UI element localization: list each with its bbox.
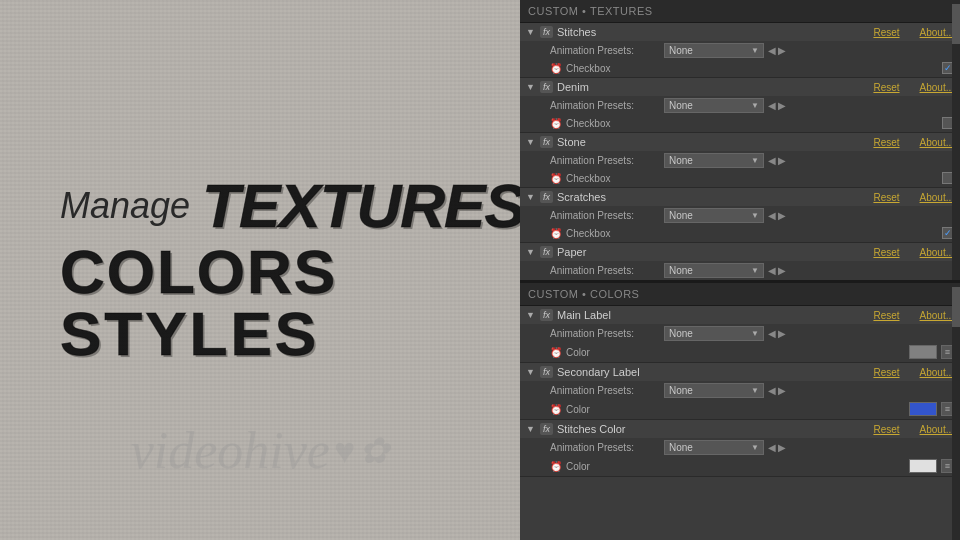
secondary-label-fx: fx: [540, 366, 553, 378]
main-label-nav[interactable]: ◀▶: [768, 328, 786, 339]
stitches-color-clock-icon[interactable]: ⏰: [550, 461, 562, 472]
paper-about[interactable]: About...: [920, 247, 954, 258]
scratches-chevron[interactable]: ▼: [526, 192, 536, 202]
secondary-label-name: Secondary Label: [557, 366, 869, 378]
main-label-about[interactable]: About...: [920, 310, 954, 321]
stitches-color-reset[interactable]: Reset: [873, 424, 899, 435]
paper-fx: fx: [540, 246, 553, 258]
stitches-color-chevron[interactable]: ▼: [526, 424, 536, 434]
stitches-fx: fx: [540, 26, 553, 38]
denim-chevron[interactable]: ▼: [526, 82, 536, 92]
paper-group: ▼ fx Paper Reset About... Animation Pres…: [520, 243, 960, 280]
colors-scrollbar[interactable]: [952, 283, 960, 540]
scratches-group: ▼ fx Scratches Reset About... Animation …: [520, 188, 960, 243]
stitches-color-group: ▼ fx Stitches Color Reset About... Anima…: [520, 420, 960, 477]
stitches-about[interactable]: About...: [920, 27, 954, 38]
textures-scrollbar-thumb[interactable]: [952, 4, 960, 44]
stitches-color-presets-dropdown[interactable]: None ▼: [664, 440, 764, 455]
main-label-reset[interactable]: Reset: [873, 310, 899, 321]
paper-reset[interactable]: Reset: [873, 247, 899, 258]
denim-group: ▼ fx Denim Reset About... Animation Pres…: [520, 78, 960, 133]
scratches-fx: fx: [540, 191, 553, 203]
stone-chevron[interactable]: ▼: [526, 137, 536, 147]
colors-section-header: CUSTOM • COLORS: [520, 283, 960, 306]
main-label-fx: fx: [540, 309, 553, 321]
main-label-presets-label: Animation Presets:: [550, 328, 660, 339]
secondary-label-presets-label: Animation Presets:: [550, 385, 660, 396]
textures-scrollbar[interactable]: [952, 0, 960, 280]
main-label-chevron[interactable]: ▼: [526, 310, 536, 320]
main-label-presets-dropdown[interactable]: None ▼: [664, 326, 764, 341]
main-label-name: Main Label: [557, 309, 869, 321]
denim-name: Denim: [557, 81, 869, 93]
denim-reset[interactable]: Reset: [873, 82, 899, 93]
stone-presets-row: Animation Presets: None ▼ ◀▶: [520, 151, 960, 170]
scratches-reset[interactable]: Reset: [873, 192, 899, 203]
secondary-label-presets-dropdown[interactable]: None ▼: [664, 383, 764, 398]
stone-group: ▼ fx Stone Reset About... Animation Pres…: [520, 133, 960, 188]
stitches-color-row[interactable]: ▼ fx Stitches Color Reset About...: [520, 420, 960, 438]
denim-checkbox-row: ⏰ Checkbox: [520, 115, 960, 132]
stone-nav[interactable]: ◀▶: [768, 155, 786, 166]
stitches-color-nav[interactable]: ◀▶: [768, 442, 786, 453]
scratches-presets-row: Animation Presets: None ▼ ◀▶: [520, 206, 960, 225]
stone-reset[interactable]: Reset: [873, 137, 899, 148]
paper-presets-label: Animation Presets:: [550, 265, 660, 276]
textures-label: TEXTURES: [202, 175, 525, 237]
stitches-row[interactable]: ▼ fx Stitches Reset About...: [520, 23, 960, 41]
secondary-label-row[interactable]: ▼ fx Secondary Label Reset About...: [520, 363, 960, 381]
stone-presets-dropdown[interactable]: None ▼: [664, 153, 764, 168]
scratches-clock-icon[interactable]: ⏰: [550, 228, 562, 239]
stone-presets-label: Animation Presets:: [550, 155, 660, 166]
scratches-nav[interactable]: ◀▶: [768, 210, 786, 221]
stitches-checkbox-row: ⏰ Checkbox ✓: [520, 60, 960, 77]
stitches-presets-row: Animation Presets: None ▼ ◀▶: [520, 41, 960, 60]
paper-presets-dropdown[interactable]: None ▼: [664, 263, 764, 278]
scratches-about[interactable]: About...: [920, 192, 954, 203]
secondary-label-reset[interactable]: Reset: [873, 367, 899, 378]
main-label-color-label: Color: [566, 347, 905, 358]
denim-row[interactable]: ▼ fx Denim Reset About...: [520, 78, 960, 96]
stone-about[interactable]: About...: [920, 137, 954, 148]
secondary-label-chevron[interactable]: ▼: [526, 367, 536, 377]
stone-row[interactable]: ▼ fx Stone Reset About...: [520, 133, 960, 151]
stone-clock-icon[interactable]: ⏰: [550, 173, 562, 184]
paper-chevron[interactable]: ▼: [526, 247, 536, 257]
scratches-row[interactable]: ▼ fx Scratches Reset About...: [520, 188, 960, 206]
right-panel: CUSTOM • TEXTURES ▼ fx Stitches Reset Ab…: [520, 0, 960, 540]
stitches-clock-icon[interactable]: ⏰: [550, 63, 562, 74]
main-label-row[interactable]: ▼ fx Main Label Reset About...: [520, 306, 960, 324]
scratches-presets-dropdown[interactable]: None ▼: [664, 208, 764, 223]
secondary-label-color-swatch[interactable]: [909, 402, 937, 416]
main-label-color-swatch[interactable]: [909, 345, 937, 359]
denim-clock-icon[interactable]: ⏰: [550, 118, 562, 129]
secondary-label-about[interactable]: About...: [920, 367, 954, 378]
stitches-reset[interactable]: Reset: [873, 27, 899, 38]
manage-label: Manage: [60, 185, 190, 227]
colors-scrollbar-thumb[interactable]: [952, 287, 960, 327]
denim-presets-dropdown[interactable]: None ▼: [664, 98, 764, 113]
denim-about[interactable]: About...: [920, 82, 954, 93]
paper-nav[interactable]: ◀▶: [768, 265, 786, 276]
secondary-label-nav[interactable]: ◀▶: [768, 385, 786, 396]
colors-panel: CUSTOM • COLORS ▼ fx Main Label Reset Ab…: [520, 280, 960, 540]
textures-panel: CUSTOM • TEXTURES ▼ fx Stitches Reset Ab…: [520, 0, 960, 280]
scratches-presets-label: Animation Presets:: [550, 210, 660, 221]
main-label-clock-icon[interactable]: ⏰: [550, 347, 562, 358]
secondary-label-clock-icon[interactable]: ⏰: [550, 404, 562, 415]
stitches-color-label: Color: [566, 461, 905, 472]
denim-nav[interactable]: ◀▶: [768, 100, 786, 111]
paper-presets-row: Animation Presets: None ▼ ◀▶: [520, 261, 960, 280]
stitches-chevron[interactable]: ▼: [526, 27, 536, 37]
watermark: videohive ♥ ✿: [131, 421, 390, 480]
stitches-color-about[interactable]: About...: [920, 424, 954, 435]
stitches-color-swatch[interactable]: [909, 459, 937, 473]
stitches-color-presets-label: Animation Presets:: [550, 442, 660, 453]
stitches-color-presets-row: Animation Presets: None ▼ ◀▶: [520, 438, 960, 457]
stone-name: Stone: [557, 136, 869, 148]
stitches-color-color-row: ⏰ Color ≡: [520, 457, 960, 476]
stone-checkbox-label: Checkbox: [566, 173, 938, 184]
stitches-nav[interactable]: ◀▶: [768, 45, 786, 56]
stitches-presets-dropdown[interactable]: None ▼: [664, 43, 764, 58]
paper-row[interactable]: ▼ fx Paper Reset About...: [520, 243, 960, 261]
